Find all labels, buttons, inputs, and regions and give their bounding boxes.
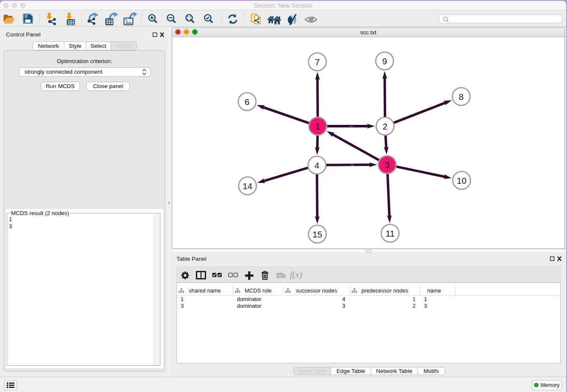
svg-text:15: 15 — [313, 229, 322, 239]
svg-text:14: 14 — [243, 181, 253, 191]
svg-text:10: 10 — [457, 176, 467, 185]
svg-text:7: 7 — [315, 57, 319, 67]
svg-text:4: 4 — [314, 160, 319, 170]
svg-text:3: 3 — [385, 160, 389, 170]
svg-text:6: 6 — [245, 97, 249, 107]
svg-text:2: 2 — [383, 121, 387, 131]
svg-text:9: 9 — [382, 56, 387, 66]
svg-text:8: 8 — [459, 92, 463, 102]
svg-text:1: 1 — [315, 121, 320, 131]
svg-text:11: 11 — [385, 229, 394, 238]
